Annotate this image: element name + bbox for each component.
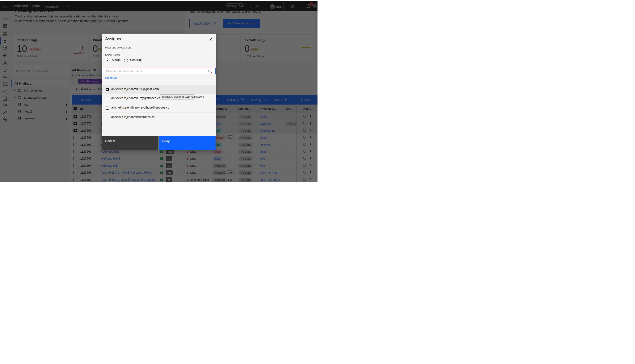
svg-text:PDF: PDF	[3, 104, 8, 106]
